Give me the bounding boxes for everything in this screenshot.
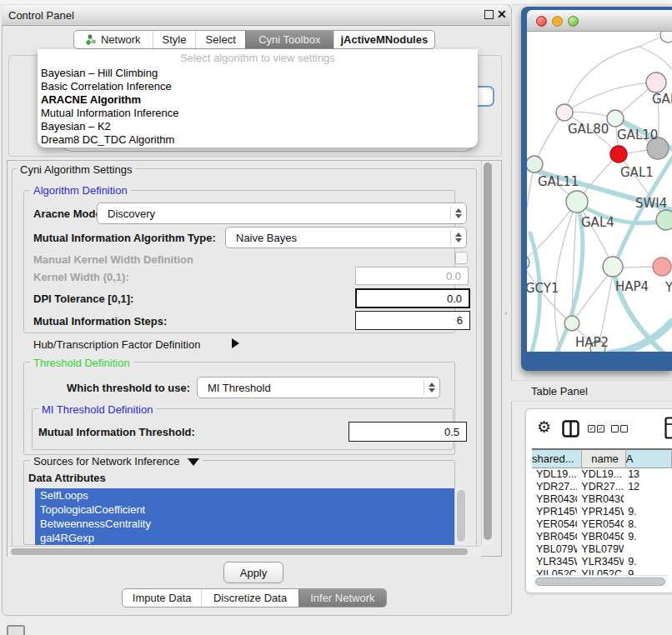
table-cell: 9. [624, 506, 672, 518]
table-row[interactable]: YER054CYER054C8. [532, 518, 672, 531]
mi-threshold-field[interactable]: 0.5 [349, 422, 467, 442]
stepper-arrows-icon [450, 206, 466, 222]
algorithm-option[interactable]: Mutual Information Inference [38, 107, 478, 120]
bottom-tabbar: Impute DataDiscretize DataInfer Network [122, 588, 387, 608]
node-label: HAP4 [615, 279, 649, 294]
kernel-width-label: Kernel Width (0,1): [33, 271, 129, 283]
table-cell: YBL079W [532, 543, 577, 556]
table-cell: YPR145W [532, 506, 577, 518]
table-row[interactable]: YBL079WYBL079W [532, 543, 672, 556]
tab-network[interactable]: Network [74, 31, 153, 48]
data-attribute-item[interactable]: gal4RGexp [35, 531, 454, 545]
table-cell: YLR345W [532, 556, 577, 568]
column-header-1[interactable]: shared... [532, 448, 582, 468]
tab-jactivemnodules[interactable]: jActiveMNodules [333, 31, 434, 48]
gear-icon[interactable]: ⚙ [537, 418, 551, 437]
close-traffic-light-icon[interactable] [536, 16, 547, 27]
attributes-scrollbar[interactable] [454, 488, 467, 545]
table-cell: YLR345W [577, 556, 624, 568]
node-label: GAL4 [581, 215, 614, 230]
manual-kernel-label: Manual Kernel Width Definition [33, 253, 193, 266]
algorithm-option[interactable]: Bayesian – Hill Climbing [38, 67, 478, 80]
node-label: SWI4 [635, 196, 667, 211]
tab-cyni-toolbox[interactable]: Cyni Toolbox [245, 31, 333, 48]
column-header-3[interactable]: A [626, 448, 672, 468]
select-all-icon[interactable]: ✓✓ [588, 425, 604, 432]
apply-button[interactable]: Apply [223, 562, 283, 583]
algorithm-option[interactable]: Basic Correlation Inference [38, 80, 478, 93]
float-window-icon[interactable] [484, 10, 494, 19]
tab-impute-data[interactable]: Impute Data [123, 589, 201, 607]
dpi-tolerance-field[interactable]: 0.0 [355, 288, 470, 308]
which-threshold-label: Which threshold to use: [67, 382, 190, 394]
network-canvas[interactable]: GALGAL80GAL10GAL1GAL11GAL4SWI4GCY1HAP4YH… [527, 32, 672, 352]
aracne-mode-combobox[interactable]: Discovery [97, 202, 467, 224]
tab-infer-network[interactable]: Infer Network [298, 589, 386, 607]
tab-discretize-data[interactable]: Discretize Data [201, 589, 298, 607]
table-cell: 8. [624, 518, 672, 531]
expand-right-icon[interactable] [232, 338, 239, 348]
aracne-mode-value: Discovery [98, 208, 450, 220]
table-row[interactable]: YBR043CYBR043C [532, 493, 672, 506]
sources-title[interactable]: Sources for Network Inference [30, 455, 203, 468]
algorithm-definition-title: Algorithm Definition [30, 184, 131, 197]
control-panel-title: Control Panel [8, 9, 74, 22]
data-attribute-item[interactable]: BetweennessCentrality [35, 517, 454, 531]
manual-kernel-checkbox[interactable] [455, 252, 468, 264]
mi-steps-field[interactable]: 6 [355, 311, 470, 330]
table-body: YDL19...YDL19...13YDR27...YDR27...12YBR0… [532, 468, 672, 576]
mi-algorithm-type-label: Mutual Information Algorithm Type: [33, 232, 216, 244]
table-row[interactable]: YLR345WYLR345W9. [532, 556, 672, 568]
table-cell: YER054C [532, 518, 577, 531]
kernel-width-field[interactable]: 0.0 [355, 267, 469, 285]
table-hscrollbar[interactable] [534, 575, 669, 588]
data-attribute-item[interactable]: SelfLoops [35, 488, 454, 502]
settings-vscrollbar[interactable] [481, 161, 494, 545]
table-cell: YDR27... [577, 481, 624, 493]
network-window-titlebar[interactable] [527, 10, 672, 32]
tab-style[interactable]: Style [153, 31, 196, 48]
table-row[interactable]: YDL19...YDL19...13 [532, 468, 672, 481]
control-panel-tabbar: NetworkStyleSelectCyni ToolboxjActiveMNo… [73, 30, 435, 49]
splitter-handle-icon[interactable]: › [504, 308, 507, 318]
tab-label: Select [206, 33, 236, 46]
node-label: GAL1 [620, 165, 654, 180]
hub-definition-label[interactable]: Hub/Transcription Factor Definition [33, 338, 200, 351]
algorithm-option[interactable]: ARACNE Algorithm [38, 93, 478, 107]
mi-algorithm-type-combobox[interactable]: Naive Bayes [225, 227, 467, 248]
close-icon[interactable]: ✕ [497, 8, 507, 21]
collapse-down-icon[interactable] [188, 458, 199, 466]
collapsed-panel-icon[interactable] [7, 625, 25, 635]
tab-label: jActiveMNodules [340, 33, 428, 46]
algorithm-popup-list: Bayesian – Hill ClimbingBasic Correlatio… [38, 67, 478, 147]
settings-hscrollbar[interactable] [8, 546, 481, 557]
table-row[interactable]: YBR045CYBR045C9. [532, 531, 672, 543]
data-attributes-label: Data Attributes [28, 472, 106, 484]
table-cell: YDL19... [532, 468, 577, 481]
data-attribute-item[interactable]: TopologicalCoefficient [35, 502, 454, 517]
zoom-traffic-light-icon[interactable] [568, 16, 579, 27]
apply-label: Apply [240, 567, 268, 579]
table-cell: YBL079W [577, 543, 624, 556]
tab-label: Network [101, 33, 141, 46]
table-icon[interactable] [664, 417, 672, 439]
tab-select[interactable]: Select [195, 31, 245, 48]
which-threshold-combobox[interactable]: MI Threshold [197, 377, 440, 398]
table-row[interactable]: YPR145WYPR145W9. [532, 506, 672, 518]
control-panel-titlebar[interactable] [2, 5, 510, 26]
node-label: GAL80 [568, 122, 609, 137]
minimize-traffic-light-icon[interactable] [552, 16, 563, 27]
table-cell: 13 [624, 468, 672, 481]
column-header-2[interactable]: name [582, 448, 626, 468]
table-cell [624, 543, 672, 556]
algorithm-option[interactable]: Bayesian – K2 [38, 120, 478, 133]
dpi-tolerance-label: DPI Tolerance [0,1]: [33, 292, 133, 305]
deselect-all-icon[interactable] [611, 425, 628, 432]
table-row[interactable]: YDR27...YDR27...12 [532, 481, 672, 493]
algorithm-option[interactable]: Dream8 DC_TDC Algorithm [38, 133, 478, 147]
column-browser-icon[interactable] [562, 420, 579, 438]
tab-label: Style [162, 33, 186, 46]
node-label: Y [665, 280, 672, 295]
sources-title-text: Sources for Network Inference [33, 455, 180, 468]
cyni-algorithm-settings-title: Cyni Algorithm Settings [17, 163, 135, 176]
